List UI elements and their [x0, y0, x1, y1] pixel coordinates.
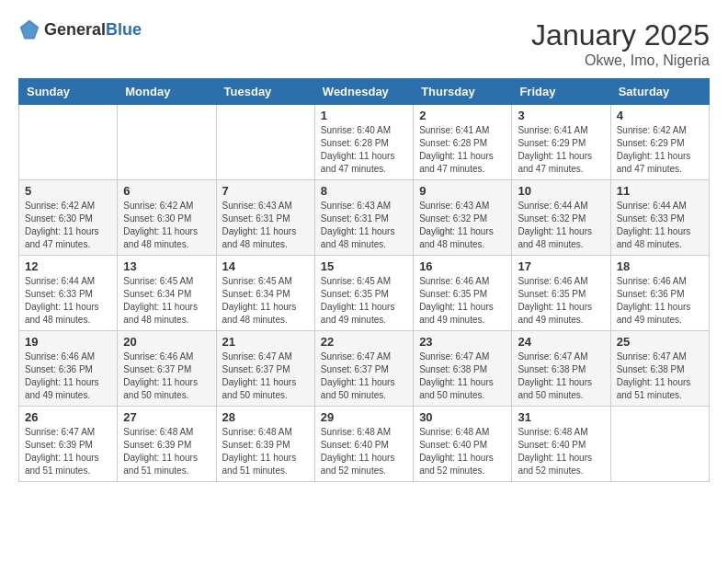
day-number: 20 [123, 335, 210, 349]
day-number: 25 [617, 335, 703, 349]
table-row: 16Sunrise: 6:46 AM Sunset: 6:35 PM Dayli… [414, 256, 512, 331]
col-saturday: Saturday [610, 79, 709, 105]
calendar-week-row: 19Sunrise: 6:46 AM Sunset: 6:36 PM Dayli… [19, 331, 710, 407]
table-row: 7Sunrise: 6:43 AM Sunset: 6:31 PM Daylig… [216, 180, 314, 256]
day-number: 12 [25, 259, 111, 273]
table-row: 20Sunrise: 6:46 AM Sunset: 6:37 PM Dayli… [118, 331, 216, 407]
calendar-week-row: 12Sunrise: 6:44 AM Sunset: 6:33 PM Dayli… [19, 256, 710, 331]
day-info: Sunrise: 6:41 AM Sunset: 6:28 PM Dayligh… [419, 124, 506, 176]
day-number: 18 [617, 259, 703, 273]
day-number: 19 [25, 335, 111, 349]
day-info: Sunrise: 6:42 AM Sunset: 6:30 PM Dayligh… [123, 200, 210, 251]
day-number: 17 [518, 259, 604, 273]
day-number: 31 [518, 410, 604, 424]
day-info: Sunrise: 6:45 AM Sunset: 6:35 PM Dayligh… [321, 275, 407, 327]
day-info: Sunrise: 6:47 AM Sunset: 6:38 PM Dayligh… [518, 350, 604, 402]
day-info: Sunrise: 6:47 AM Sunset: 6:37 PM Dayligh… [222, 350, 309, 402]
table-row: 13Sunrise: 6:45 AM Sunset: 6:34 PM Dayli… [118, 256, 216, 331]
calendar-header-row: Sunday Monday Tuesday Wednesday Thursday… [19, 79, 710, 105]
table-row [118, 105, 216, 180]
day-number: 1 [321, 109, 407, 122]
day-number: 3 [518, 109, 604, 122]
day-info: Sunrise: 6:47 AM Sunset: 6:37 PM Dayligh… [321, 350, 407, 402]
day-info: Sunrise: 6:46 AM Sunset: 6:37 PM Dayligh… [123, 350, 210, 402]
table-row: 15Sunrise: 6:45 AM Sunset: 6:35 PM Dayli… [314, 256, 413, 331]
day-info: Sunrise: 6:48 AM Sunset: 6:40 PM Dayligh… [419, 426, 506, 477]
day-number: 2 [419, 109, 506, 122]
table-row: 21Sunrise: 6:47 AM Sunset: 6:37 PM Dayli… [216, 331, 314, 407]
day-number: 5 [25, 184, 111, 198]
day-info: Sunrise: 6:48 AM Sunset: 6:39 PM Dayligh… [222, 426, 309, 477]
day-number: 21 [222, 335, 309, 349]
table-row: 29Sunrise: 6:48 AM Sunset: 6:40 PM Dayli… [314, 407, 413, 482]
day-number: 13 [123, 259, 210, 273]
table-row: 22Sunrise: 6:47 AM Sunset: 6:37 PM Dayli… [314, 331, 413, 407]
table-row: 2Sunrise: 6:41 AM Sunset: 6:28 PM Daylig… [414, 105, 512, 180]
table-row: 14Sunrise: 6:45 AM Sunset: 6:34 PM Dayli… [216, 256, 314, 331]
day-number: 11 [617, 184, 703, 198]
day-info: Sunrise: 6:48 AM Sunset: 6:40 PM Dayligh… [321, 426, 407, 477]
col-tuesday: Tuesday [216, 79, 314, 105]
calendar-week-row: 5Sunrise: 6:42 AM Sunset: 6:30 PM Daylig… [19, 180, 710, 256]
day-info: Sunrise: 6:47 AM Sunset: 6:39 PM Dayligh… [25, 426, 111, 477]
page-header: GeneralBlue January 2025 Okwe, Imo, Nige… [18, 18, 710, 69]
day-number: 14 [222, 259, 309, 273]
logo-general: General [44, 20, 106, 39]
day-number: 22 [321, 335, 407, 349]
day-info: Sunrise: 6:46 AM Sunset: 6:35 PM Dayligh… [518, 275, 604, 327]
table-row: 27Sunrise: 6:48 AM Sunset: 6:39 PM Dayli… [118, 407, 216, 482]
day-info: Sunrise: 6:40 AM Sunset: 6:28 PM Dayligh… [321, 124, 407, 176]
table-row [610, 407, 709, 482]
calendar-week-row: 26Sunrise: 6:47 AM Sunset: 6:39 PM Dayli… [19, 407, 710, 482]
logo-text: GeneralBlue [44, 21, 142, 39]
day-number: 8 [321, 184, 407, 198]
day-info: Sunrise: 6:42 AM Sunset: 6:30 PM Dayligh… [25, 200, 111, 251]
location-subtitle: Okwe, Imo, Nigeria [531, 52, 710, 69]
col-sunday: Sunday [19, 79, 118, 105]
table-row: 12Sunrise: 6:44 AM Sunset: 6:33 PM Dayli… [19, 256, 118, 331]
day-info: Sunrise: 6:41 AM Sunset: 6:29 PM Dayligh… [518, 124, 604, 176]
table-row: 10Sunrise: 6:44 AM Sunset: 6:32 PM Dayli… [512, 180, 610, 256]
day-info: Sunrise: 6:48 AM Sunset: 6:39 PM Dayligh… [123, 426, 210, 477]
table-row: 19Sunrise: 6:46 AM Sunset: 6:36 PM Dayli… [19, 331, 118, 407]
day-info: Sunrise: 6:48 AM Sunset: 6:40 PM Dayligh… [518, 426, 604, 477]
day-info: Sunrise: 6:42 AM Sunset: 6:29 PM Dayligh… [617, 124, 703, 176]
day-info: Sunrise: 6:44 AM Sunset: 6:32 PM Dayligh… [518, 200, 604, 251]
table-row: 1Sunrise: 6:40 AM Sunset: 6:28 PM Daylig… [314, 105, 413, 180]
day-number: 28 [222, 410, 309, 424]
day-number: 15 [321, 259, 407, 273]
day-info: Sunrise: 6:43 AM Sunset: 6:32 PM Dayligh… [419, 200, 506, 251]
table-row: 3Sunrise: 6:41 AM Sunset: 6:29 PM Daylig… [512, 105, 610, 180]
calendar-table: Sunday Monday Tuesday Wednesday Thursday… [18, 78, 710, 482]
day-number: 6 [123, 184, 210, 198]
table-row: 30Sunrise: 6:48 AM Sunset: 6:40 PM Dayli… [414, 407, 512, 482]
col-wednesday: Wednesday [314, 79, 413, 105]
table-row: 5Sunrise: 6:42 AM Sunset: 6:30 PM Daylig… [19, 180, 118, 256]
logo-icon [18, 18, 40, 40]
day-number: 7 [222, 184, 309, 198]
table-row [216, 105, 314, 180]
month-year-title: January 2025 [531, 18, 710, 52]
table-row: 11Sunrise: 6:44 AM Sunset: 6:33 PM Dayli… [610, 180, 709, 256]
col-friday: Friday [512, 79, 610, 105]
day-info: Sunrise: 6:44 AM Sunset: 6:33 PM Dayligh… [617, 200, 703, 251]
logo: GeneralBlue [18, 18, 142, 40]
table-row: 23Sunrise: 6:47 AM Sunset: 6:38 PM Dayli… [414, 331, 512, 407]
day-info: Sunrise: 6:47 AM Sunset: 6:38 PM Dayligh… [419, 350, 506, 402]
table-row: 17Sunrise: 6:46 AM Sunset: 6:35 PM Dayli… [512, 256, 610, 331]
table-row [19, 105, 118, 180]
day-number: 9 [419, 184, 506, 198]
day-info: Sunrise: 6:46 AM Sunset: 6:36 PM Dayligh… [25, 350, 111, 402]
day-info: Sunrise: 6:45 AM Sunset: 6:34 PM Dayligh… [123, 275, 210, 327]
day-number: 10 [518, 184, 604, 198]
table-row: 4Sunrise: 6:42 AM Sunset: 6:29 PM Daylig… [610, 105, 709, 180]
day-info: Sunrise: 6:46 AM Sunset: 6:36 PM Dayligh… [617, 275, 703, 327]
table-row: 8Sunrise: 6:43 AM Sunset: 6:31 PM Daylig… [314, 180, 413, 256]
col-thursday: Thursday [414, 79, 512, 105]
day-number: 27 [123, 410, 210, 424]
logo-blue: Blue [106, 20, 142, 39]
day-number: 23 [419, 335, 506, 349]
table-row: 25Sunrise: 6:47 AM Sunset: 6:38 PM Dayli… [610, 331, 709, 407]
day-number: 29 [321, 410, 407, 424]
table-row: 9Sunrise: 6:43 AM Sunset: 6:32 PM Daylig… [414, 180, 512, 256]
